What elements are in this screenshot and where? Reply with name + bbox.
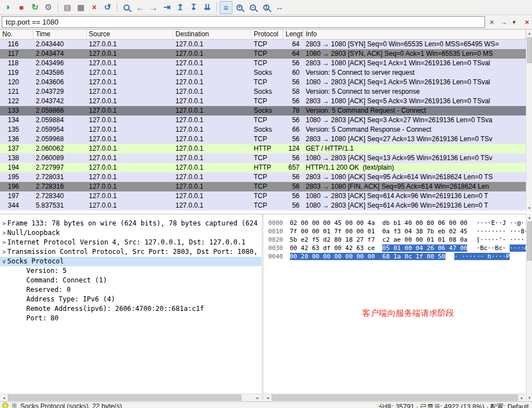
detail-socks-remoteaddr[interactable]: Remote Address(ipv6): 2606:4700:20::681a… (0, 304, 262, 314)
packet-row[interactable]: 1362.059968127.0.0.1127.0.0.1TCP562803 →… (0, 135, 526, 144)
scrollbar-thumb[interactable] (527, 222, 532, 261)
col-protocol: Socks (251, 87, 283, 97)
open-file-icon[interactable]: ▤ (61, 1, 74, 14)
packet-row[interactable]: 1962.728316127.0.0.1127.0.0.1TCP562803 →… (0, 182, 526, 191)
save-file-icon[interactable]: ▦ (74, 1, 87, 14)
detail-ip[interactable]: >Internet Protocol Version 4, Src: 127.0… (0, 238, 262, 247)
detail-socks-selected[interactable]: ∨Socks Protocol (0, 257, 262, 266)
detail-socks-command[interactable]: Command: Connect (1) (0, 276, 262, 285)
hex-row[interactable]: 003000 42 63 df 00 42 63 ce 05 01 00 04 … (268, 244, 526, 252)
scroll-left-icon[interactable]: ◀ (264, 394, 272, 402)
colorize-icon[interactable]: ≡ (220, 1, 232, 14)
details-hscrollbar[interactable]: ◀ ▶ (0, 393, 262, 401)
zoom-out-icon[interactable]: − (246, 1, 259, 14)
packet-row[interactable]: 1222.043742127.0.0.1127.0.0.1TCP562803 →… (0, 97, 526, 106)
hex-row[interactable]: 004000 20 00 00 00 00 00 00 68 1a 0c 1f … (268, 252, 526, 261)
close-file-icon[interactable]: × (88, 1, 101, 14)
filter-edge-button[interactable]: × (524, 17, 530, 28)
header-info[interactable]: Info (303, 30, 526, 39)
header-no[interactable]: No. (0, 30, 34, 39)
packet-row[interactable]: 1162.043440127.0.0.1127.0.0.1TCP642803 →… (0, 40, 526, 49)
expander-icon[interactable]: > (0, 247, 7, 257)
display-filter-input[interactable] (2, 16, 485, 28)
capture-comment-icon[interactable]: ⊞ (12, 402, 17, 408)
scroll-right-icon[interactable]: ▶ (254, 394, 262, 402)
hex-pane-scrollbar[interactable]: ▲ ▼ (526, 214, 532, 401)
scrollbar-thumb[interactable] (8, 395, 241, 401)
expander-open-icon[interactable]: ∨ (0, 257, 7, 266)
expander-icon[interactable]: > (0, 228, 7, 238)
scroll-up-icon[interactable]: ▲ (526, 30, 532, 37)
header-source[interactable]: Source (87, 30, 173, 39)
hex-row[interactable]: 00107f 00 00 01 7f 00 00 01 0a f3 04 38 … (268, 227, 526, 236)
col-length: 657 (283, 163, 303, 172)
hex-bytes-selected: 05 01 00 04 26 06 47 00 (382, 244, 467, 252)
scroll-down-icon[interactable]: ▼ (526, 204, 532, 212)
col-protocol: TCP (251, 201, 283, 210)
capture-restart-icon[interactable]: ↻ (28, 1, 41, 14)
expander-icon[interactable]: > (0, 238, 7, 247)
packet-row[interactable]: 1352.059954127.0.0.1127.0.0.1Socks66Vers… (0, 125, 526, 135)
packet-row[interactable]: 1192.043586127.0.0.1127.0.0.1Socks60Vers… (0, 68, 526, 78)
resize-columns-icon[interactable]: ↔ (273, 1, 286, 14)
scroll-right-icon[interactable]: ▶ (518, 394, 526, 402)
detail-frame[interactable]: >Frame 133: 78 bytes on wire (624 bits),… (0, 219, 262, 228)
capture-options-icon[interactable]: ⚙ (42, 1, 55, 14)
packet-row[interactable]: 1212.043729127.0.0.1127.0.0.1Socks58Vers… (0, 87, 526, 97)
packet-row[interactable]: 1342.059884127.0.0.1127.0.0.1TCP561080 →… (0, 116, 526, 125)
packet-row[interactable]: 1382.060089127.0.0.1127.0.0.1TCP561080 →… (0, 153, 526, 163)
hex-row[interactable]: 000002 00 00 00 45 00 00 4a db b1 40 00 … (268, 219, 526, 227)
detail-tcp[interactable]: >Transmission Control Protocol, Src Port… (0, 247, 262, 257)
detail-socks-port[interactable]: Port: 80 (0, 314, 262, 323)
detail-socks-reserved[interactable]: Reserved: 0 (0, 285, 262, 295)
col-time: 2.043474 (34, 49, 87, 59)
packet-row[interactable]: 1182.043496127.0.0.1127.0.0.1TCP562803 →… (0, 59, 526, 68)
scrollbar-thumb[interactable] (272, 395, 518, 401)
packet-row[interactable]: 1972.728340127.0.0.1127.0.0.1TCP561080 →… (0, 191, 526, 201)
packet-row[interactable]: 1372.060062127.0.0.1127.0.0.1HTTP124GET … (0, 144, 526, 153)
go-forward-icon[interactable]: → (147, 1, 160, 14)
packet-row[interactable]: 3445.837531127.0.0.1127.0.0.1TCP561080 →… (0, 201, 526, 210)
expert-info-icon[interactable] (2, 402, 8, 408)
zoom-in-icon[interactable]: + (233, 1, 246, 14)
scrollbar-thumb[interactable] (527, 37, 532, 63)
auto-scroll-icon[interactable]: ⇊ (201, 1, 213, 14)
filter-apply-button[interactable]: → (498, 17, 509, 28)
header-length[interactable]: Length (283, 30, 303, 39)
packet-row[interactable]: 1172.043474127.0.0.1127.0.0.1TCP641080 →… (0, 49, 526, 59)
capture-start-icon[interactable]: ◗ (2, 1, 15, 14)
go-to-packet-icon[interactable]: ⇥ (160, 1, 173, 14)
hex-row[interactable]: 00205b e2 f5 d2 80 18 27 f7 c2 ae 00 00 … (268, 236, 526, 244)
zoom-reset-icon[interactable]: 1 (260, 1, 273, 14)
detail-linktype[interactable]: >Null/Loopback (0, 228, 262, 238)
go-last-icon[interactable]: ↧ (187, 1, 200, 14)
hex-bytes: 00 42 63 df 00 42 63 ce (290, 244, 383, 252)
toolbar-separator (117, 2, 117, 12)
go-first-icon[interactable]: ↥ (174, 1, 187, 14)
col-length: 56 (283, 191, 303, 201)
capture-stop-icon[interactable]: ■ (15, 1, 28, 14)
detail-socks-addrtype[interactable]: Address Type: IPv6 (4) (0, 295, 262, 304)
filter-clear-button[interactable]: × (487, 17, 497, 28)
detail-socks-version[interactable]: Version: 5 (0, 266, 262, 276)
packet-row[interactable]: 1942.727997127.0.0.1127.0.0.1HTTP657HTTP… (0, 163, 526, 172)
hex-hscrollbar[interactable]: ◀ ▶ (264, 393, 526, 401)
hex-ascii-selected: ····&·G· (510, 244, 526, 252)
scroll-up-icon[interactable]: ▲ (526, 214, 532, 221)
packet-row[interactable]: 1202.043606127.0.0.1127.0.0.1TCP561080 →… (0, 78, 526, 87)
find-packet-icon[interactable] (120, 1, 133, 14)
packet-list-scrollbar[interactable]: ▲ ▼ (526, 30, 532, 212)
packet-row[interactable]: 1952.728031127.0.0.1127.0.0.1TCP562803 →… (0, 172, 526, 182)
filter-dropdown-button[interactable]: ▾ (510, 17, 518, 28)
header-protocol[interactable]: Protocol (251, 30, 283, 39)
scroll-down-icon[interactable]: ▼ (526, 394, 532, 401)
scroll-left-icon[interactable]: ◀ (0, 394, 8, 402)
header-destination[interactable]: Destination (173, 30, 251, 39)
expander-icon[interactable]: > (0, 219, 7, 228)
reload-file-icon[interactable]: ↺ (101, 1, 114, 14)
col-time: 2.728031 (34, 172, 87, 182)
go-back-icon[interactable]: ← (134, 1, 146, 14)
col-source: 127.0.0.1 (87, 191, 173, 201)
packet-row-selected[interactable]: 1332.059866127.0.0.1127.0.0.1Socks78Vers… (0, 106, 526, 116)
header-time[interactable]: Time (34, 30, 87, 39)
